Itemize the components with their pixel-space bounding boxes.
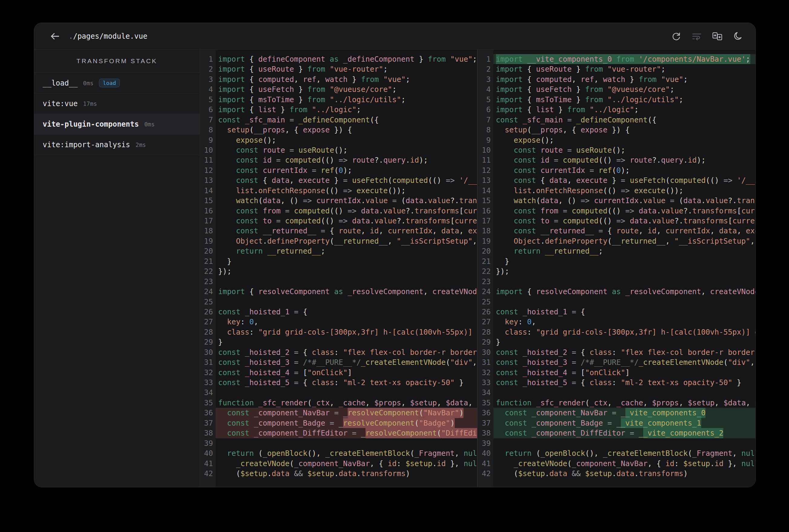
transform-item-vite-plugin-components[interactable]: vite-plugin-components0ms <box>34 114 200 134</box>
line-content: import { computed, ref, watch } from "vu… <box>216 74 477 84</box>
transform-name: vite:vue <box>43 99 78 108</box>
code-line: 10 const route = useRoute(); <box>478 145 755 155</box>
code-line: 9 expose(); <box>200 135 477 145</box>
transform-stack-header: TRANSFORM STACK <box>34 50 200 73</box>
side-by-side-button[interactable] <box>712 31 723 42</box>
line-number: 20 <box>478 246 493 256</box>
side-by-side-icon <box>712 31 723 42</box>
line-content: const _sfc_main = _defineComponent({ <box>493 115 755 125</box>
transform-stack-sidebar: TRANSFORM STACK __load__0msloadvite:vue1… <box>34 50 200 487</box>
code-line: 17 const to = computed(() => data.value?… <box>200 216 477 226</box>
code-line: 20 return __returned__; <box>200 246 477 256</box>
line-number: 12 <box>478 165 493 175</box>
transform-item-__load__[interactable]: __load__0msload <box>34 73 200 93</box>
code-line: 6import { list } from "../logic"; <box>478 104 755 115</box>
line-number: 32 <box>200 367 216 378</box>
line-number: 42 <box>200 469 216 478</box>
line-content: import { msToTime } from "../logic/utils… <box>216 95 477 104</box>
line-content: const _hoisted_5 = { class: "ml-2 text-x… <box>493 378 755 387</box>
line-content: }); <box>493 266 755 276</box>
code-line: 7const _sfc_main = _defineComponent({ <box>200 115 477 125</box>
code-line: 15 watch(data, () => currentIdx.value = … <box>478 195 755 206</box>
line-number: 14 <box>478 186 493 195</box>
line-content: const from = computed(() => data.value?.… <box>216 206 477 216</box>
code-line: 39 <box>200 438 477 448</box>
line-content: import { useFetch } from "@vueuse/core"; <box>493 84 755 94</box>
line-content: const _hoisted_2 = { class: "flex flex-c… <box>493 347 755 357</box>
wrap-lines-button[interactable] <box>691 31 702 42</box>
line-number: 38 <box>200 428 216 438</box>
code-line: 13 const { data, execute } = useFetch(co… <box>478 175 755 185</box>
line-number: 27 <box>200 317 216 327</box>
line-content: const currentIdx = ref(0); <box>216 165 477 175</box>
line-number: 9 <box>478 135 493 145</box>
line-content: const to = computed(() => data.value?.tr… <box>216 216 477 226</box>
code-line: 11 const id = computed(() => route?.quer… <box>200 155 477 165</box>
line-number: 32 <box>478 367 493 378</box>
code-line: 40 return (_openBlock(), _createElementB… <box>200 448 477 458</box>
line-content: import { resolveComponent as _resolveCom… <box>216 287 477 297</box>
code-line: 30const _hoisted_2 = { class: "flex flex… <box>478 347 755 357</box>
topbar-icons <box>671 31 743 42</box>
line-content: const __returned__ = { route, id, curren… <box>216 226 477 236</box>
line-content: const id = computed(() => route?.query.i… <box>493 155 755 165</box>
code-line: 22}); <box>478 266 755 276</box>
line-content: const _hoisted_2 = { class: "flex flex-c… <box>216 347 477 357</box>
code-pane-after-lines: 1import __vite_components_0 from '/compo… <box>478 50 755 478</box>
line-number: 40 <box>478 448 493 458</box>
code-line: 1import __vite_components_0 from '/compo… <box>478 54 755 64</box>
code-line: 26const _hoisted_1 = { <box>200 307 477 317</box>
line-content: const from = computed(() => data.value?.… <box>493 206 755 216</box>
line-content: const _hoisted_4 = ["onClick"] <box>216 367 477 378</box>
line-content: } <box>493 256 755 266</box>
transform-name: vite:import-analysis <box>43 140 130 149</box>
line-content: const currentIdx = ref(0); <box>493 165 755 175</box>
line-content: Object.defineProperty(__returned__, "__i… <box>216 236 477 246</box>
line-content: return __returned__; <box>493 246 755 256</box>
code-line: 41 _createVNode(_component_NavBar, { id:… <box>200 459 477 469</box>
line-content: import { list } from "../logic"; <box>216 104 477 115</box>
line-content: const _sfc_main = _defineComponent({ <box>216 115 477 125</box>
code-line: 11 const id = computed(() => route?.quer… <box>478 155 755 165</box>
code-line: 8 setup(__props, { expose }) { <box>478 125 755 135</box>
line-number: 34 <box>478 387 493 398</box>
line-number: 9 <box>200 135 216 145</box>
transform-item-vite:import-analysis[interactable]: vite:import-analysis2ms <box>34 134 200 155</box>
line-number: 35 <box>200 398 216 408</box>
line-content <box>216 297 477 307</box>
code-line: 36 const _component_NavBar = _resolveCom… <box>200 408 477 418</box>
line-content: class: "grid grid-cols-[300px,3fr] h-[ca… <box>216 327 477 337</box>
line-number: 7 <box>200 115 216 125</box>
line-content: key: 0, <box>493 317 755 327</box>
transform-item-vite:vue[interactable]: vite:vue17ms <box>34 93 200 114</box>
code-line: 32const _hoisted_4 = ["onClick"] <box>478 367 755 378</box>
code-line: 42 ($setup.data && $setup.data.transform… <box>200 469 477 478</box>
code-line: 38 const _component_DiffEditor = __vite_… <box>478 428 755 438</box>
line-number: 33 <box>200 378 216 387</box>
line-number: 13 <box>478 175 493 185</box>
line-content: const route = useRoute(); <box>493 145 755 155</box>
line-number: 35 <box>478 398 493 408</box>
line-number: 36 <box>478 408 493 418</box>
dark-mode-button[interactable] <box>732 31 743 42</box>
code-pane-before[interactable]: 1import { defineComponent as _defineComp… <box>200 50 477 487</box>
refresh-button[interactable] <box>671 31 682 42</box>
code-line: 24import { resolveComponent as _resolveC… <box>200 287 477 297</box>
code-line: 4import { useFetch } from "@vueuse/core"… <box>200 84 477 94</box>
code-line: 4import { useFetch } from "@vueuse/core"… <box>478 84 755 94</box>
line-content: Object.defineProperty(__returned__, "__i… <box>493 236 755 246</box>
code-line: 28 class: "grid grid-cols-[300px,3fr] h-… <box>200 327 477 337</box>
top-bar: ./pages/module.vue <box>34 23 755 50</box>
line-number: 17 <box>478 216 493 226</box>
code-line: 3import { computed, ref, watch } from "v… <box>200 74 477 84</box>
code-line: 20 return __returned__; <box>478 246 755 256</box>
back-button[interactable] <box>49 31 61 42</box>
code-line: 35function _sfc_render(_ctx, _cache, $pr… <box>200 398 477 408</box>
code-line: 8 setup(__props, { expose }) { <box>200 125 477 135</box>
line-number: 29 <box>478 337 493 347</box>
line-content: const _component_DiffEditor = __vite_com… <box>493 428 755 438</box>
code-pane-after[interactable]: 1import __vite_components_0 from '/compo… <box>477 50 755 487</box>
code-line: 19 Object.defineProperty(__returned__, "… <box>478 236 755 246</box>
code-line: 27 key: 0, <box>200 317 477 327</box>
code-line: 1import { defineComponent as _defineComp… <box>200 54 477 64</box>
